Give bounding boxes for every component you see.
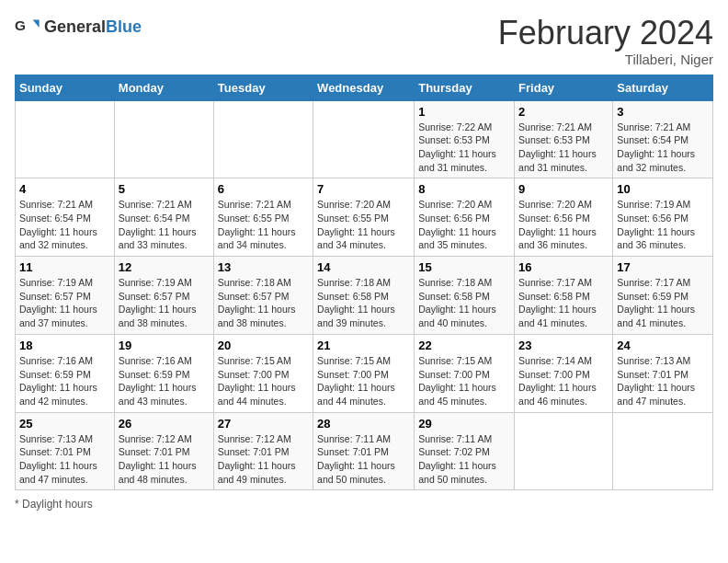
calendar-body: 1Sunrise: 7:22 AM Sunset: 6:53 PM Daylig… [16, 100, 713, 490]
day-number: 27 [218, 417, 309, 431]
calendar-cell: 6Sunrise: 7:21 AM Sunset: 6:55 PM Daylig… [213, 178, 313, 257]
day-info: Sunrise: 7:20 AM Sunset: 6:56 PM Dayligh… [418, 198, 510, 252]
day-number: 8 [418, 182, 510, 196]
day-info: Sunrise: 7:21 AM Sunset: 6:53 PM Dayligh… [518, 121, 609, 175]
calendar-cell: 1Sunrise: 7:22 AM Sunset: 6:53 PM Daylig… [415, 100, 515, 178]
calendar-cell: 28Sunrise: 7:11 AM Sunset: 7:01 PM Dayli… [313, 412, 415, 490]
day-number: 24 [617, 339, 709, 352]
calendar-cell: 22Sunrise: 7:15 AM Sunset: 7:00 PM Dayli… [415, 334, 515, 412]
calendar-cell: 5Sunrise: 7:21 AM Sunset: 6:54 PM Daylig… [114, 178, 213, 257]
calendar-header: SundayMondayTuesdayWednesdayThursdayFrid… [16, 75, 713, 100]
calendar-cell: 11Sunrise: 7:19 AM Sunset: 6:57 PM Dayli… [16, 257, 115, 335]
header-area: G GeneralBlue February 2024 Tillaberi, N… [15, 15, 713, 67]
day-info: Sunrise: 7:18 AM Sunset: 6:58 PM Dayligh… [418, 276, 510, 330]
day-info: Sunrise: 7:14 AM Sunset: 7:00 PM Dayligh… [518, 354, 609, 408]
day-info: Sunrise: 7:11 AM Sunset: 7:02 PM Dayligh… [418, 432, 510, 487]
day-number: 23 [518, 339, 609, 352]
day-number: 19 [119, 339, 210, 352]
page-subtitle: Tillaberi, Niger [498, 52, 713, 67]
calendar-cell: 25Sunrise: 7:13 AM Sunset: 7:01 PM Dayli… [16, 412, 115, 490]
day-number: 22 [418, 339, 510, 352]
day-number: 4 [19, 182, 110, 196]
day-number: 28 [317, 417, 410, 431]
logo-general-text: General [44, 17, 106, 36]
day-number: 11 [19, 260, 110, 274]
day-info: Sunrise: 7:12 AM Sunset: 7:01 PM Dayligh… [218, 432, 309, 487]
day-info: Sunrise: 7:12 AM Sunset: 7:01 PM Dayligh… [119, 432, 210, 487]
calendar-cell: 12Sunrise: 7:19 AM Sunset: 6:57 PM Dayli… [114, 257, 213, 335]
day-number: 12 [119, 260, 210, 274]
day-number: 10 [617, 182, 709, 196]
day-number: 25 [19, 417, 110, 431]
day-info: Sunrise: 7:18 AM Sunset: 6:57 PM Dayligh… [218, 276, 309, 330]
day-number: 18 [19, 339, 110, 352]
calendar-cell: 24Sunrise: 7:13 AM Sunset: 7:01 PM Dayli… [613, 334, 713, 412]
day-info: Sunrise: 7:17 AM Sunset: 6:59 PM Dayligh… [617, 276, 709, 330]
day-number: 20 [218, 339, 309, 352]
calendar-week-row: 1Sunrise: 7:22 AM Sunset: 6:53 PM Daylig… [16, 100, 713, 178]
day-of-week-header: Wednesday [313, 75, 415, 100]
day-info: Sunrise: 7:13 AM Sunset: 7:01 PM Dayligh… [617, 354, 709, 408]
days-of-week-row: SundayMondayTuesdayWednesdayThursdayFrid… [16, 75, 713, 100]
day-info: Sunrise: 7:19 AM Sunset: 6:56 PM Dayligh… [617, 198, 709, 252]
day-info: Sunrise: 7:15 AM Sunset: 7:00 PM Dayligh… [418, 354, 510, 408]
calendar-cell: 4Sunrise: 7:21 AM Sunset: 6:54 PM Daylig… [16, 178, 115, 257]
day-info: Sunrise: 7:20 AM Sunset: 6:55 PM Dayligh… [317, 198, 410, 252]
day-number: 1 [418, 105, 510, 119]
day-of-week-header: Sunday [16, 75, 115, 100]
calendar-cell: 20Sunrise: 7:15 AM Sunset: 7:00 PM Dayli… [213, 334, 313, 412]
calendar-week-row: 25Sunrise: 7:13 AM Sunset: 7:01 PM Dayli… [16, 412, 713, 490]
day-number: 7 [317, 182, 410, 196]
calendar-cell: 3Sunrise: 7:21 AM Sunset: 6:54 PM Daylig… [613, 100, 713, 178]
calendar-cell: 26Sunrise: 7:12 AM Sunset: 7:01 PM Dayli… [114, 412, 213, 490]
calendar-week-row: 11Sunrise: 7:19 AM Sunset: 6:57 PM Dayli… [16, 257, 713, 335]
calendar-cell: 17Sunrise: 7:17 AM Sunset: 6:59 PM Dayli… [613, 257, 713, 335]
calendar-cell [313, 100, 415, 178]
calendar-cell: 18Sunrise: 7:16 AM Sunset: 6:59 PM Dayli… [16, 334, 115, 412]
day-info: Sunrise: 7:20 AM Sunset: 6:56 PM Dayligh… [518, 198, 609, 252]
calendar-week-row: 18Sunrise: 7:16 AM Sunset: 6:59 PM Dayli… [16, 334, 713, 412]
day-info: Sunrise: 7:22 AM Sunset: 6:53 PM Dayligh… [418, 121, 510, 175]
calendar-cell: 2Sunrise: 7:21 AM Sunset: 6:53 PM Daylig… [515, 100, 613, 178]
day-number: 26 [119, 417, 210, 431]
day-info: Sunrise: 7:21 AM Sunset: 6:54 PM Dayligh… [119, 198, 210, 252]
calendar-cell [613, 412, 713, 490]
day-info: Sunrise: 7:21 AM Sunset: 6:55 PM Dayligh… [218, 198, 309, 252]
day-number: 15 [418, 260, 510, 274]
day-number: 13 [218, 260, 309, 274]
calendar-cell: 10Sunrise: 7:19 AM Sunset: 6:56 PM Dayli… [613, 178, 713, 257]
calendar-cell [114, 100, 213, 178]
day-number: 16 [518, 260, 609, 274]
day-of-week-header: Friday [515, 75, 613, 100]
day-info: Sunrise: 7:17 AM Sunset: 6:58 PM Dayligh… [518, 276, 609, 330]
calendar-cell: 9Sunrise: 7:20 AM Sunset: 6:56 PM Daylig… [515, 178, 613, 257]
day-info: Sunrise: 7:16 AM Sunset: 6:59 PM Dayligh… [19, 354, 110, 408]
day-info: Sunrise: 7:11 AM Sunset: 7:01 PM Dayligh… [317, 432, 410, 487]
calendar-table: SundayMondayTuesdayWednesdayThursdayFrid… [15, 75, 713, 491]
day-info: Sunrise: 7:13 AM Sunset: 7:01 PM Dayligh… [19, 432, 110, 487]
logo-icon: G [15, 15, 40, 40]
day-number: 21 [317, 339, 410, 352]
day-info: Sunrise: 7:16 AM Sunset: 6:59 PM Dayligh… [119, 354, 210, 408]
day-of-week-header: Saturday [613, 75, 713, 100]
day-info: Sunrise: 7:21 AM Sunset: 6:54 PM Dayligh… [617, 121, 709, 175]
calendar-cell: 19Sunrise: 7:16 AM Sunset: 6:59 PM Dayli… [114, 334, 213, 412]
day-info: Sunrise: 7:18 AM Sunset: 6:58 PM Dayligh… [317, 276, 410, 330]
calendar-cell: 27Sunrise: 7:12 AM Sunset: 7:01 PM Dayli… [213, 412, 313, 490]
logo-blue-text: Blue [106, 17, 142, 36]
day-info: Sunrise: 7:19 AM Sunset: 6:57 PM Dayligh… [119, 276, 210, 330]
title-area: February 2024 Tillaberi, Niger [498, 15, 713, 67]
calendar-cell [515, 412, 613, 490]
day-number: 6 [218, 182, 309, 196]
calendar-cell: 8Sunrise: 7:20 AM Sunset: 6:56 PM Daylig… [415, 178, 515, 257]
svg-marker-1 [33, 20, 40, 28]
calendar-cell [16, 100, 115, 178]
calendar-cell: 23Sunrise: 7:14 AM Sunset: 7:00 PM Dayli… [515, 334, 613, 412]
day-number: 29 [418, 417, 510, 431]
logo: G GeneralBlue [15, 15, 142, 40]
day-info: Sunrise: 7:19 AM Sunset: 6:57 PM Dayligh… [19, 276, 110, 330]
calendar-cell: 15Sunrise: 7:18 AM Sunset: 6:58 PM Dayli… [415, 257, 515, 335]
calendar-cell: 16Sunrise: 7:17 AM Sunset: 6:58 PM Dayli… [515, 257, 613, 335]
footer-text: Daylight hours [22, 498, 93, 511]
day-number: 2 [518, 105, 609, 119]
